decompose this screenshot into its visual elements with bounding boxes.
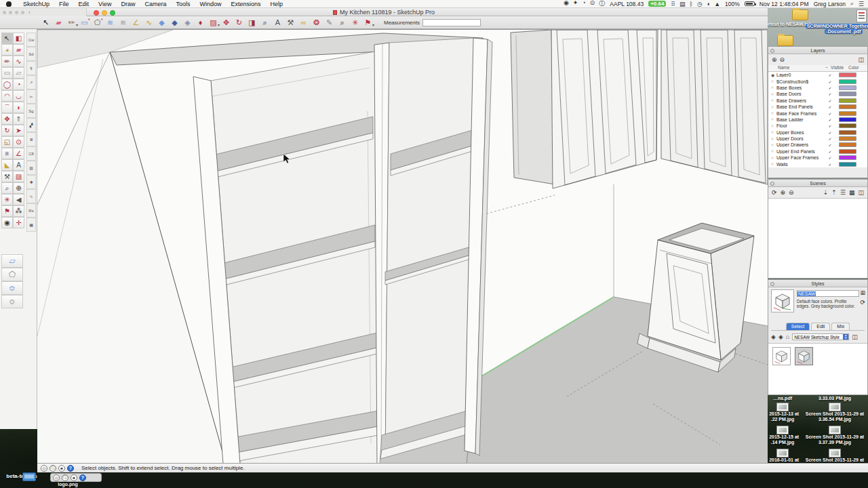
model-viewport[interactable] xyxy=(37,29,768,463)
panel-detail-menu-icon[interactable]: ◫ xyxy=(852,333,858,340)
toolbar-tool-button[interactable]: ✏ ▾ xyxy=(65,17,78,28)
style-list-item-selected[interactable] xyxy=(795,347,813,365)
toolbar-tool-button[interactable]: ◈ xyxy=(181,17,194,28)
scenes-list[interactable] xyxy=(768,198,867,278)
palette-tool-button[interactable]: ≎ xyxy=(1,295,23,308)
plugin-tool-button[interactable]: ↗ xyxy=(26,75,36,89)
menu-item[interactable]: Window xyxy=(195,1,226,7)
palette-tool-button[interactable]: ⚑ xyxy=(1,205,13,217)
back-arrow-icon[interactable]: ◈ xyxy=(771,333,776,340)
toolbar-tool-button[interactable]: ⚒ xyxy=(284,17,297,28)
toolbar-tool-button[interactable]: ◆ xyxy=(168,17,181,28)
palette-tool-button[interactable]: ▱ xyxy=(13,67,24,79)
toolbar-tool-button[interactable]: ▭ + xyxy=(78,17,91,28)
toolbar-tool-button[interactable]: ↻ xyxy=(233,17,245,28)
menu-item[interactable]: View xyxy=(94,1,116,7)
palette-tool-button[interactable]: ◉ xyxy=(1,217,13,228)
layer-active-radio[interactable]: ○ xyxy=(771,137,776,141)
status-circle-button[interactable]: ⓘ xyxy=(50,465,56,472)
layer-color-swatch[interactable] xyxy=(839,142,856,147)
menu-item[interactable]: Tools xyxy=(171,1,195,7)
layers-column-headers[interactable]: Name ~ Visible Color xyxy=(768,65,867,72)
toolbar-tool-button[interactable]: ∠ xyxy=(130,17,142,28)
toolbar-tool-button[interactable]: ⚑ ▾ xyxy=(361,17,374,28)
style-list-item[interactable] xyxy=(772,347,791,365)
toolbar-tool-button[interactable]: ♦ xyxy=(194,17,207,28)
layer-color-swatch[interactable] xyxy=(839,117,856,122)
status-icon[interactable]: ⓘ xyxy=(599,0,605,8)
style-collection-dropdown[interactable]: NESAW Sketchup Style ▲▼ xyxy=(792,333,849,340)
toolbar-tool-button[interactable]: ❂ xyxy=(310,17,323,28)
dropdown-stepper-icon[interactable]: ▲▼ xyxy=(843,334,848,340)
status-circle-button[interactable]: ⓘ xyxy=(62,474,68,481)
scenes-tool-button[interactable]: ⟳ xyxy=(772,189,777,196)
panel-close-icon[interactable] xyxy=(770,49,774,53)
layer-visible-checkbox[interactable]: ✓ xyxy=(825,85,835,90)
layer-visible-checkbox[interactable]: ✓ xyxy=(825,155,835,160)
display-preferences-icon[interactable] xyxy=(22,472,36,481)
toolbar-tool-button[interactable]: ⌕ xyxy=(336,17,349,28)
plugin-tool-button[interactable]: Rs xyxy=(26,203,36,218)
layer-visible-checkbox[interactable]: ✓ xyxy=(825,142,835,147)
layer-color-swatch[interactable] xyxy=(839,123,856,128)
layer-row[interactable]: ○ Base Face Frames ✓ xyxy=(768,110,867,116)
palette-tool-button[interactable]: ✏ xyxy=(1,56,13,67)
palette-tool-button[interactable]: ⌕ xyxy=(1,182,13,194)
layer-row[interactable]: ○ Base End Panels ✓ xyxy=(768,104,867,110)
layer-color-swatch[interactable] xyxy=(839,98,856,103)
plugin-tool-button[interactable]: ▞ xyxy=(26,118,36,132)
layer-row[interactable]: ○ Base Doors ✓ xyxy=(768,91,867,97)
plugin-tool-button[interactable]: ✚ xyxy=(26,175,36,189)
palette-tool-button[interactable]: ✥ xyxy=(1,113,13,125)
layer-visible-checkbox[interactable]: ✓ xyxy=(825,162,835,167)
plugin-tool-button[interactable]: ▧ xyxy=(26,161,36,175)
layer-active-radio[interactable]: ○ xyxy=(771,111,776,115)
layer-color-swatch[interactable] xyxy=(839,162,856,167)
menu-item[interactable]: Help xyxy=(266,1,288,7)
toolbar-tool-button[interactable]: ◨ xyxy=(245,17,258,28)
layer-visible-checkbox[interactable]: ✓ xyxy=(825,98,835,103)
toolbar-tool-button[interactable]: ∿ xyxy=(142,17,155,28)
palette-tool-button[interactable]: ≎ xyxy=(1,281,23,295)
toolbar-tool-button[interactable]: ✎ xyxy=(323,17,336,28)
palette-tool-button[interactable]: ◯ xyxy=(1,79,13,90)
palette-tool-button[interactable]: ⚒ xyxy=(1,171,13,182)
status-icon[interactable]: ◷ xyxy=(697,1,703,7)
palette-tool-button[interactable]: ⊕ xyxy=(13,182,24,194)
plugin-tool-button[interactable]: ≣ xyxy=(26,132,36,146)
palette-tool-button[interactable]: ▨ xyxy=(13,171,24,182)
layer-visible-checkbox[interactable]: ✓ xyxy=(825,73,835,77)
measurements-input[interactable] xyxy=(422,19,481,26)
styles-panel-header[interactable]: Styles xyxy=(768,280,867,287)
palette-tool-button[interactable]: ↻ xyxy=(1,125,13,136)
styles-tab[interactable]: Mix xyxy=(831,323,850,330)
layer-color-swatch[interactable] xyxy=(839,92,856,96)
toolbar-tool-button[interactable]: ∞ xyxy=(297,17,310,28)
notification-center-icon[interactable]: ☰ xyxy=(859,1,864,7)
toolbar-tool-button[interactable]: ↖ xyxy=(39,17,52,28)
scenes-panel-header[interactable]: Scenes xyxy=(768,180,867,187)
layer-active-radio[interactable]: ○ xyxy=(771,105,776,109)
desktop-file[interactable]: t 2015-12-13 at .22 PM.jpg xyxy=(765,403,800,426)
toolbar-tool-button[interactable]: ⬠ + xyxy=(91,17,104,28)
palette-tool-button[interactable]: ◣ xyxy=(1,159,13,171)
palette-tool-button[interactable]: ◕ xyxy=(1,44,13,56)
remove-layer-button[interactable]: ⊖ xyxy=(780,56,785,63)
layer-row[interactable]: ○ Upper End Panels ✓ xyxy=(768,148,867,155)
toolbar-tool-button[interactable]: ⌕ xyxy=(258,17,271,28)
status-icon[interactable]: ◖ xyxy=(707,1,710,7)
scenes-view-button[interactable]: ⇡ xyxy=(831,189,837,196)
palette-tool-button[interactable]: ◠ xyxy=(1,90,13,102)
layers-panel-header[interactable]: Layers xyxy=(768,47,867,54)
menu-item[interactable]: Edit xyxy=(74,1,94,7)
layer-active-radio[interactable]: ○ xyxy=(771,156,776,160)
status-icon[interactable]: ✦ xyxy=(573,0,578,8)
plugin-tool-button[interactable]: Cw xyxy=(26,33,36,47)
palette-tool-button[interactable]: ◡ xyxy=(13,90,24,102)
layer-visible-checkbox[interactable]: ✓ xyxy=(825,130,835,135)
layer-color-swatch[interactable] xyxy=(839,136,856,141)
scenes-view-button[interactable]: ⇣ xyxy=(823,189,829,196)
layer-color-swatch[interactable] xyxy=(839,85,856,90)
menu-item[interactable]: Extensions xyxy=(226,1,265,7)
plugin-tool-button[interactable]: ↯ xyxy=(26,61,36,75)
